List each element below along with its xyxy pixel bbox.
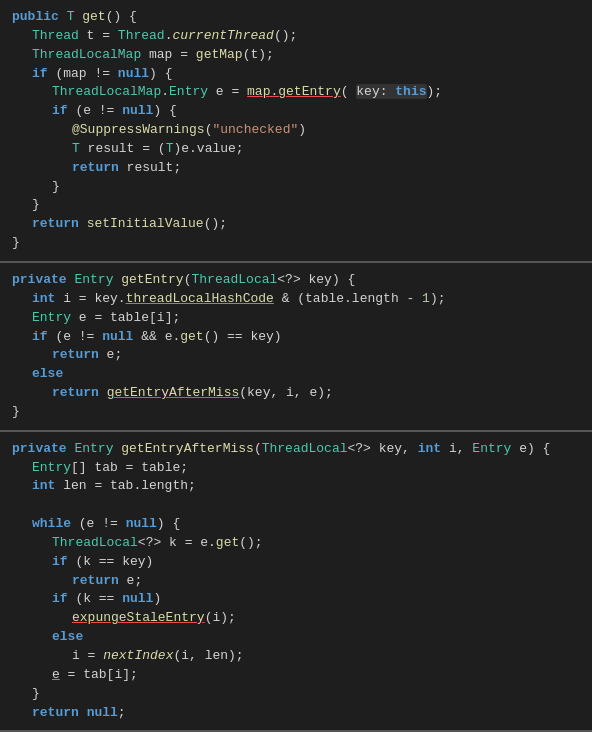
line-ge-2: int i = key.threadLocalHashCode & (table… <box>12 290 580 309</box>
line-geam-3: int len = tab.length; <box>12 477 580 496</box>
code-block-geam: private Entry getEntryAfterMiss(ThreadLo… <box>0 432 592 732</box>
line-ge-6: else <box>12 365 580 384</box>
line-geam-4: while (e != null) { <box>12 515 580 534</box>
line-ge-4: if (e != null && e.get() == key) <box>12 328 580 347</box>
line-geam-8: if (k == null) <box>12 590 580 609</box>
line-geam-7: return e; <box>12 572 580 591</box>
line-geam-2: Entry[] tab = table; <box>12 459 580 478</box>
line-2: Thread t = Thread.currentThread(); <box>12 27 580 46</box>
line-13: } <box>12 234 580 253</box>
line-geam-blank <box>12 496 580 515</box>
line-3: ThreadLocalMap map = getMap(t); <box>12 46 580 65</box>
line-geam-9: expungeStaleEntry(i); <box>12 609 580 628</box>
line-ge-3: Entry e = table[i]; <box>12 309 580 328</box>
line-6: if (e != null) { <box>12 102 580 121</box>
line-geam-11: i = nextIndex(i, len); <box>12 647 580 666</box>
line-1: public T get() { <box>12 8 580 27</box>
line-11: } <box>12 196 580 215</box>
line-4: if (map != null) { <box>12 65 580 84</box>
line-geam-13: } <box>12 685 580 704</box>
line-10: } <box>12 178 580 197</box>
code-block-get: public T get() { Thread t = Thread.curre… <box>0 0 592 263</box>
line-ge-5: return e; <box>12 346 580 365</box>
line-12: return setInitialValue(); <box>12 215 580 234</box>
line-ge-8: } <box>12 403 580 422</box>
line-geam-12: e = tab[i]; <box>12 666 580 685</box>
line-ge-1: private Entry getEntry(ThreadLocal<?> ke… <box>12 271 580 290</box>
line-8: T result = (T)e.value; <box>12 140 580 159</box>
line-geam-6: if (k == key) <box>12 553 580 572</box>
line-7: @SuppressWarnings("unchecked") <box>12 121 580 140</box>
line-geam-1: private Entry getEntryAfterMiss(ThreadLo… <box>12 440 580 459</box>
line-5: ThreadLocalMap.Entry e = map.getEntry( k… <box>12 83 580 102</box>
line-ge-7: return getEntryAfterMiss(key, i, e); <box>12 384 580 403</box>
line-geam-14: return null; <box>12 704 580 723</box>
code-block-getentry: private Entry getEntry(ThreadLocal<?> ke… <box>0 263 592 432</box>
line-geam-10: else <box>12 628 580 647</box>
line-geam-5: ThreadLocal<?> k = e.get(); <box>12 534 580 553</box>
line-9: return result; <box>12 159 580 178</box>
